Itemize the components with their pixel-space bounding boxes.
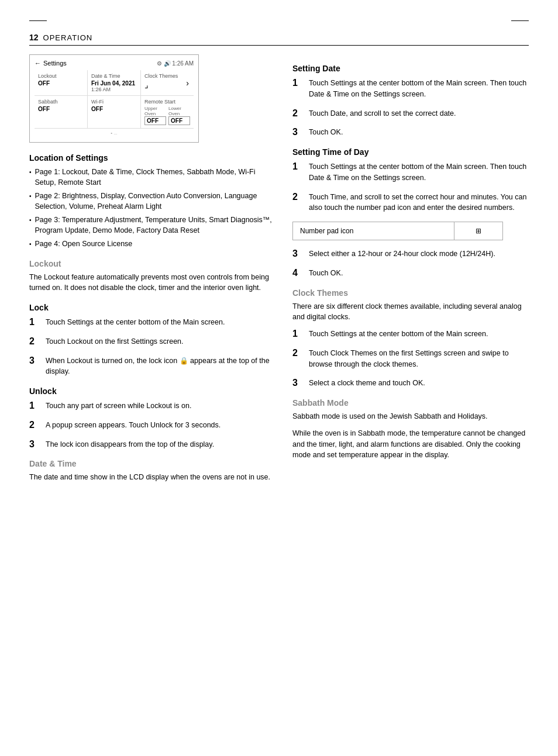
numpad-row: Number pad icon ⊞ [293, 222, 503, 240]
main-content: ← Settings ⚙ 🔊 1:26 AM Lockout OFF Date … [29, 54, 529, 489]
mockup-time: 1:26 AM [172, 60, 194, 67]
clock-themes-step-2: 2 Touch Clock Themes on the first Settin… [292, 348, 529, 370]
wifi-label: Wi-Fi [91, 99, 137, 105]
sabbath-desc-2: While the oven is in Sabbath mode, the t… [292, 428, 529, 461]
mockup-lockout: Lockout OFF [35, 70, 88, 95]
list-item-text: Page 3: Temperature Adjustment, Temperat… [35, 215, 275, 236]
step-text: Touch Lockout on the first Settings scre… [46, 336, 275, 347]
bullet-dot: • [29, 192, 32, 201]
mockup-remote-start: Remote Start Upper Oven OFF Lower Oven O… [141, 96, 194, 128]
mockup-status: ⚙ 🔊 1:26 AM [157, 60, 194, 67]
lockout-heading: Lockout [29, 259, 275, 268]
list-item: • Page 3: Temperature Adjustment, Temper… [29, 215, 275, 236]
step-num: 3 [292, 248, 309, 259]
location-heading: Location of Settings [29, 153, 275, 163]
list-item: • Page 2: Brightness, Display, Convectio… [29, 191, 275, 212]
setting-date-step-2: 2 Touch Date, and scroll to set the corr… [292, 108, 529, 119]
mockup-header: ← Settings ⚙ 🔊 1:26 AM [35, 60, 194, 67]
setting-time-heading: Setting Time of Day [292, 147, 529, 157]
setting-time-step-1: 1 Touch Settings at the center bottom of… [292, 161, 529, 184]
bullet-dot: • [29, 168, 32, 177]
step-num: 1 [292, 161, 309, 172]
lock-subheading: Lock [29, 303, 275, 312]
step-num: 3 [292, 378, 309, 388]
lower-oven-label: Lower Oven [168, 106, 190, 116]
date-time-section: Date & Time The date and time show in th… [29, 459, 275, 483]
step-num: 2 [29, 420, 46, 430]
list-item-text: Page 4: Open Source License [35, 239, 133, 250]
step-num: 2 [292, 348, 309, 358]
unlock-step-3: 3 The lock icon disappears from the top … [29, 439, 275, 450]
mockup-row-1: Lockout OFF Date & Time Fri Jun 04, 2021… [35, 70, 194, 96]
top-line-right [511, 20, 529, 21]
mockup-sabbath: Sabbath OFF [35, 96, 88, 128]
step-text: When Lockout is turned on, the lock icon… [46, 355, 275, 378]
mockup-back-label: Settings [43, 60, 67, 67]
location-section: Location of Settings • Page 1: Lockout, … [29, 153, 275, 250]
datetime-time: 1:26 AM [91, 87, 137, 92]
step-text: Touch any part of screen while Lockout i… [46, 401, 275, 412]
left-column: ← Settings ⚙ 🔊 1:26 AM Lockout OFF Date … [29, 54, 275, 489]
step-num: 1 [292, 329, 309, 339]
upper-oven-value: OFF [144, 116, 166, 125]
top-line-left [29, 20, 47, 21]
mockup-dots: • ... [35, 129, 194, 137]
lockout-description: The Lockout feature automatically preven… [29, 272, 275, 294]
clock-themes-heading: Clock Themes [292, 288, 529, 298]
wifi-value: OFF [91, 106, 137, 112]
step-text: Touch Settings at the center bottom of t… [46, 317, 275, 328]
bullet-dot: • [29, 216, 32, 225]
lock-step-2: 2 Touch Lockout on the first Settings sc… [29, 336, 275, 347]
lockout-value: OFF [38, 80, 84, 87]
page-number: 12 [29, 33, 39, 42]
setting-date-heading: Setting Date [292, 64, 529, 73]
step-text: Touch Date, and scroll to set the correc… [309, 108, 529, 119]
setting-time-section: Setting Time of Day 1 Touch Settings at … [292, 147, 529, 279]
step-num: 1 [29, 401, 46, 411]
unlock-subheading: Unlock [29, 386, 275, 396]
sabbath-label: Sabbath [38, 99, 84, 105]
list-item: • Page 4: Open Source License [29, 239, 275, 250]
lockout-label: Lockout [38, 73, 84, 79]
page-header: 12 OPERATION [29, 33, 529, 46]
step-num: 2 [29, 336, 46, 347]
step-text: Touch Time, and scroll to set the correc… [309, 192, 529, 214]
list-item: • Page 1: Lockout, Date & Time, Clock Th… [29, 167, 275, 188]
clock-themes-step-3: 3 Select a clock theme and touch OK. [292, 378, 529, 389]
clock-themes-label: Clock Themes [144, 73, 190, 79]
step-num: 3 [29, 439, 46, 450]
setting-date-step-3: 3 Touch OK. [292, 127, 529, 138]
mockup-back-button: ← Settings [35, 60, 67, 67]
back-arrow-icon: ← [35, 60, 41, 67]
step-num: 2 [292, 192, 309, 202]
setting-time-step-4: 4 Touch OK. [292, 268, 529, 279]
mockup-row-2: Sabbath OFF Wi-Fi OFF Remote Start Upper… [35, 96, 194, 129]
sabbath-desc-1: Sabbath mode is used on the Jewish Sabba… [292, 411, 529, 422]
location-list: • Page 1: Lockout, Date & Time, Clock Th… [29, 167, 275, 250]
upper-oven-label: Upper Oven [144, 106, 166, 116]
date-time-heading: Date & Time [29, 459, 275, 468]
clock-themes-description: There are six different clock themes ava… [292, 301, 529, 323]
unlock-step-2: 2 A popup screen appears. Touch Unlock f… [29, 420, 275, 431]
mockup-clock-themes: Clock Themes ⌟ › [141, 70, 194, 95]
bullet-dot: • [29, 240, 32, 248]
date-time-description: The date and time show in the LCD displa… [29, 472, 275, 483]
nav-arrow-icon: › [186, 78, 189, 88]
sabbath-value: OFF [38, 106, 84, 112]
step-text: The lock icon disappears from the top of… [46, 439, 275, 450]
step-num: 3 [292, 127, 309, 137]
step-text: A popup screen appears. Touch Unlock for… [46, 420, 275, 431]
remote-start-label: Remote Start [144, 99, 190, 105]
top-decorative-lines [29, 18, 529, 21]
list-item-text: Page 2: Brightness, Display, Convection … [35, 191, 275, 212]
setting-time-step-2: 2 Touch Time, and scroll to set the corr… [292, 192, 529, 214]
datetime-value: Fri Jun 04, 2021 [91, 80, 137, 87]
numpad-icon-cell: ⊞ [454, 222, 503, 240]
step-num: 3 [29, 355, 46, 366]
numpad-label-cell: Number pad icon [293, 222, 454, 240]
step-text: Touch OK. [309, 268, 529, 279]
numpad-icon: ⊞ [476, 227, 481, 235]
lock-icon: 🔒 [180, 357, 188, 365]
step-text: Touch Settings at the center bottom of t… [309, 161, 529, 184]
page-title: OPERATION [43, 33, 93, 42]
